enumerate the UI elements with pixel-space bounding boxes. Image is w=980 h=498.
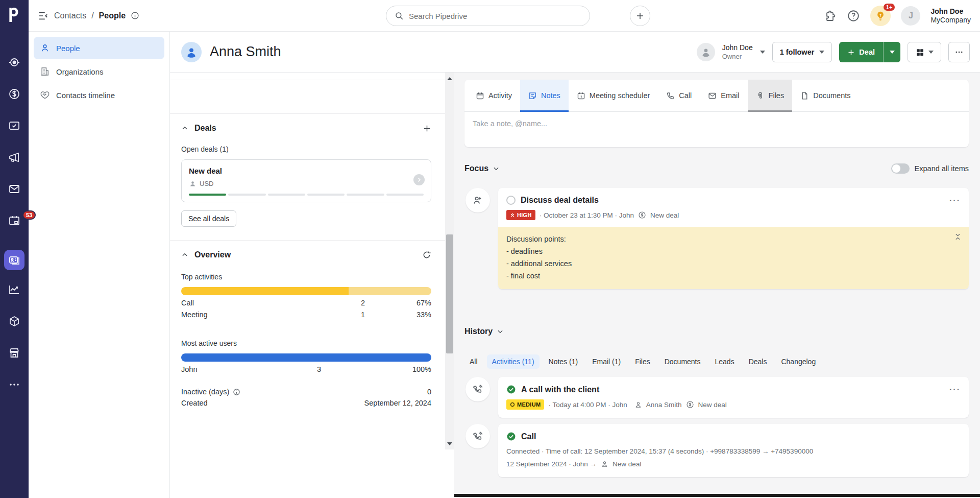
info-icon[interactable] [131, 11, 139, 20]
tabs-card: Activity Notes Meeting scheduler Call Em… [464, 80, 969, 147]
owner-avatar[interactable] [697, 43, 715, 61]
mail-icon[interactable] [0, 183, 29, 195]
person-icon [634, 401, 642, 409]
leads-icon[interactable] [0, 56, 29, 68]
tab-label: Notes [541, 91, 560, 100]
collapse-section-icon[interactable] [181, 251, 188, 258]
tab-files[interactable]: Files [748, 80, 793, 111]
owner-dropdown-icon[interactable] [760, 51, 765, 54]
filter-notes[interactable]: Notes (1) [544, 354, 583, 369]
filter-files[interactable]: Files [630, 354, 655, 369]
tab-email[interactable]: Email [700, 80, 747, 111]
breadcrumb-section[interactable]: Contacts [54, 11, 86, 20]
campaigns-icon[interactable] [0, 151, 29, 163]
activity-panel: Activity Notes Meeting scheduler Call Em… [454, 73, 980, 498]
integrations-icon[interactable] [824, 10, 837, 22]
collapse-sidebar-icon[interactable] [38, 10, 49, 21]
collapse-note-icon[interactable] [954, 233, 962, 241]
filter-changelog[interactable]: Changelog [776, 354, 821, 369]
collapse-section-icon[interactable] [181, 125, 188, 132]
filter-leads[interactable]: Leads [710, 354, 740, 369]
vertical-scrollbar[interactable] [445, 73, 454, 498]
mark-done-checkbox[interactable] [506, 196, 516, 205]
expand-all-toggle[interactable] [891, 163, 910, 174]
add-deal-icon[interactable] [423, 124, 431, 133]
global-search[interactable] [386, 6, 590, 26]
chevron-down-icon[interactable] [497, 328, 504, 335]
tab-label: Files [769, 91, 785, 100]
linked-person[interactable]: Anna Smith [646, 401, 682, 409]
help-icon[interactable] [847, 9, 860, 22]
marketplace-icon[interactable] [0, 347, 29, 359]
tab-label: Email [721, 91, 739, 100]
call-meta: 12 September 2024 · John → [506, 460, 597, 468]
filter-documents[interactable]: Documents [659, 354, 706, 369]
tab-activity[interactable]: Activity [468, 80, 520, 111]
deals-icon[interactable] [0, 88, 29, 100]
horizontal-scrollbar[interactable] [454, 494, 980, 497]
contacts-nav-active[interactable] [0, 244, 29, 276]
tab-meeting-scheduler[interactable]: Meeting scheduler [569, 80, 658, 111]
history-call-card[interactable]: Call Connected · Time of call: 12 Septem… [498, 424, 969, 477]
quick-add-button[interactable] [630, 6, 650, 26]
linked-deal[interactable]: New deal [612, 460, 641, 468]
activity-title[interactable]: Call [521, 432, 536, 441]
add-deal-dropdown[interactable] [883, 42, 900, 62]
pipedrive-logo[interactable] [0, 7, 29, 22]
divider [170, 80, 445, 80]
filter-all[interactable]: All [464, 354, 483, 369]
deal-card[interactable]: New deal USD [181, 159, 431, 202]
deal-stage-progress[interactable] [189, 194, 424, 196]
sidebar-item-organizations[interactable]: Organizations [34, 60, 164, 83]
deals-section-title: Deals [194, 124, 216, 133]
whats-new-icon[interactable]: 1+ [870, 6, 891, 26]
tab-call[interactable]: Call [658, 80, 700, 111]
note-input[interactable] [473, 120, 961, 128]
tab-documents[interactable]: Documents [792, 80, 859, 111]
chevron-down-icon[interactable] [493, 165, 500, 172]
activity-title[interactable]: A call with the client [521, 385, 599, 394]
search-icon [395, 11, 404, 20]
linked-deal[interactable]: New deal [698, 401, 727, 409]
insights-icon[interactable] [0, 283, 29, 296]
scroll-up-arrow[interactable] [447, 77, 452, 80]
scrollbar-thumb[interactable] [446, 234, 453, 353]
person-avatar[interactable] [181, 42, 202, 62]
info-icon[interactable] [233, 388, 240, 396]
deal-title[interactable]: New deal [189, 167, 424, 175]
search-input[interactable] [409, 12, 572, 20]
more-actions-button[interactable] [948, 42, 970, 62]
filter-activities[interactable]: Activities (11) [487, 354, 540, 369]
user-menu[interactable]: John Doe MyCompany [930, 7, 971, 25]
item-menu-icon[interactable]: ··· [949, 385, 961, 394]
sidebar-item-contacts-timeline[interactable]: Contacts timeline [34, 84, 164, 106]
focus-activity-card[interactable]: Discuss deal details ··· HIGH · October … [498, 188, 969, 289]
sidebar-item-people[interactable]: People [34, 37, 164, 59]
history-activity-card[interactable]: A call with the client ··· MEDIUM · Toda… [498, 377, 969, 418]
filter-deals[interactable]: Deals [744, 354, 772, 369]
scroll-down-arrow[interactable] [447, 442, 452, 445]
activity-title[interactable]: Discuss deal details [521, 196, 599, 205]
open-deal-icon[interactable] [413, 174, 425, 185]
activity-row-count: 1 [304, 311, 365, 319]
activity-note: Discussion points: - deadlines - additio… [498, 227, 969, 289]
note-composer[interactable] [464, 112, 969, 135]
more-apps-icon[interactable] [0, 378, 29, 391]
layout-switcher-button[interactable] [908, 42, 941, 62]
filter-email[interactable]: Email (1) [587, 354, 626, 369]
item-menu-icon[interactable]: ··· [949, 196, 961, 205]
refresh-icon[interactable] [422, 250, 431, 259]
projects-icon[interactable] [0, 120, 29, 132]
done-check-icon[interactable] [506, 432, 516, 441]
note-line: - deadlines [506, 246, 961, 258]
followers-button[interactable]: 1 follower [772, 42, 832, 62]
see-all-deals-button[interactable]: See all deals [181, 210, 236, 227]
tab-notes[interactable]: Notes [520, 80, 569, 111]
add-deal-button[interactable]: Deal [839, 42, 883, 62]
activities-icon[interactable]: 53 [0, 215, 29, 227]
user-avatar[interactable]: J [901, 6, 920, 26]
linked-deal[interactable]: New deal [650, 211, 679, 219]
activity-meta: · Today at 4:00 PM · John [548, 401, 627, 409]
done-check-icon[interactable] [506, 385, 516, 394]
products-icon[interactable] [0, 315, 29, 327]
